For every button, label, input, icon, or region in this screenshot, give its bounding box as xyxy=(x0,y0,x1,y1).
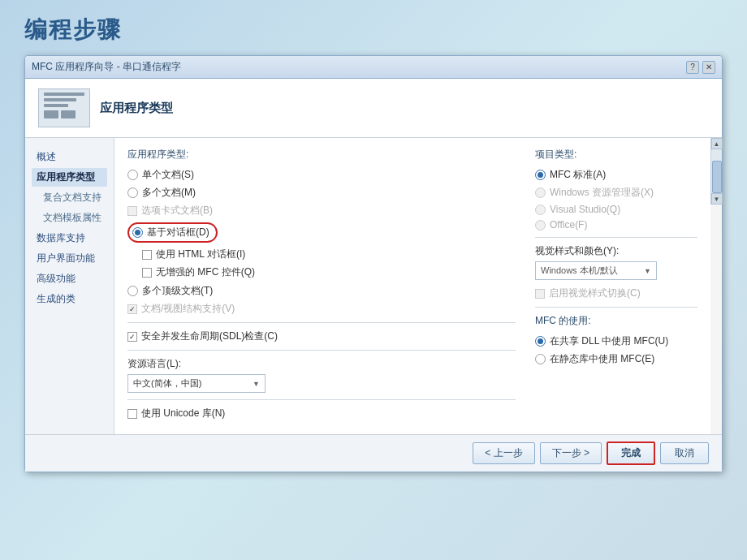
scrollbar-container: ▲ ▼ xyxy=(710,138,722,434)
checkbox-no-mfc[interactable]: 无增强的 MFC 控件(Q) xyxy=(127,265,516,279)
nav-item-overview[interactable]: 概述 xyxy=(32,148,107,166)
visual-style-dropdown[interactable]: Windows 本机/默认 ▼ xyxy=(535,261,657,280)
checkbox-box-style xyxy=(535,289,545,299)
next-button[interactable]: 下一步 > xyxy=(540,442,602,464)
divider-2 xyxy=(127,350,516,351)
nav-item-app-type[interactable]: 应用程序类型 xyxy=(32,168,107,187)
radio-circle-multitop xyxy=(127,286,138,296)
divider-1 xyxy=(127,322,516,323)
nav-item-ui-features[interactable]: 用户界面功能 xyxy=(32,249,107,268)
scrollbar-thumb[interactable] xyxy=(712,161,722,193)
radio-circle-vs xyxy=(535,205,546,215)
left-nav: 概述 应用程序类型 复合文档支持 文档模板属性 数据库支持 用户界面功能 高级功… xyxy=(25,138,114,434)
nav-item-advanced[interactable]: 高级功能 xyxy=(32,269,107,288)
nav-item-doc-template[interactable]: 文档模板属性 xyxy=(32,209,107,227)
radio-circle-single xyxy=(127,170,138,180)
radio-office[interactable]: Office(F) xyxy=(535,219,697,230)
checkbox-style-switch[interactable]: 启用视觉样式切换(C) xyxy=(535,286,697,300)
visual-style-arrow: ▼ xyxy=(644,267,651,275)
dialog-header-section: 应用程序类型 xyxy=(25,79,722,138)
divider-right-1 xyxy=(535,237,697,238)
app-icon xyxy=(38,88,90,127)
radio-multi-top[interactable]: 多个顶级文档(T) xyxy=(127,284,516,298)
checkbox-box-html xyxy=(142,250,152,260)
radio-mfc-std[interactable]: MFC 标准(A) xyxy=(535,168,697,182)
radio-circle-multi xyxy=(127,187,138,198)
dialog-wrapper: MFC 应用程序向导 - 串口通信程字 ? ✕ 应用程序类型 概述 应用程序类型 xyxy=(24,55,723,472)
nav-item-gen-class[interactable]: 生成的类 xyxy=(32,290,107,308)
content-columns: 应用程序类型: 单个文档(S) 多个文档(M) 选项卡式文档(B) xyxy=(127,148,697,424)
radio-dialog-wrapper: 基于对话框(D) xyxy=(127,222,516,243)
help-button[interactable]: ? xyxy=(686,61,699,74)
project-type-label: 项目类型: xyxy=(535,148,697,162)
prev-button[interactable]: < 上一步 xyxy=(473,442,534,464)
lang-dropdown-arrow: ▼ xyxy=(253,380,260,388)
visual-style-label: 视觉样式和颜色(Y): xyxy=(535,244,697,258)
icon-line-2 xyxy=(44,98,76,101)
app-type-label: 应用程序类型: xyxy=(127,148,516,162)
radio-static-lib[interactable]: 在静态库中使用 MFC(E) xyxy=(535,352,697,366)
checkbox-box-sdl xyxy=(127,332,137,342)
checkbox-doc-view[interactable]: 文档/视图结构支持(V) xyxy=(127,302,516,316)
checkbox-sdl[interactable]: 安全并发生命周期(SDL)检查(C) xyxy=(127,330,516,343)
checkbox-box-nomfc xyxy=(142,268,152,278)
column-right: 项目类型: MFC 标准(A) Windows 资源管理器(X) V xyxy=(535,148,697,424)
finish-button[interactable]: 完成 xyxy=(607,442,655,465)
scrollbar-down-arrow[interactable]: ▼ xyxy=(711,193,723,205)
scrollbar-up-arrow[interactable]: ▲ xyxy=(711,138,723,149)
cancel-button[interactable]: 取消 xyxy=(660,442,709,464)
dialog-body: 概述 应用程序类型 复合文档支持 文档模板属性 数据库支持 用户界面功能 高级功… xyxy=(25,138,722,434)
radio-circle-mfcstd xyxy=(535,170,546,180)
checkbox-box-docview xyxy=(127,304,137,314)
main-content: 应用程序类型: 单个文档(S) 多个文档(M) 选项卡式文档(B) xyxy=(114,138,710,434)
close-button[interactable]: ✕ xyxy=(702,61,715,74)
radio-multi-doc[interactable]: 多个文档(M) xyxy=(127,186,516,200)
dialog-title-text: MFC 应用程序向导 - 串口通信程字 xyxy=(32,60,181,74)
dialog-footer: < 上一步 下一步 > 完成 取消 xyxy=(25,434,722,472)
icon-line-3 xyxy=(44,104,68,107)
resource-lang-label: 资源语言(L): xyxy=(127,357,516,371)
radio-dialog-highlighted[interactable]: 基于对话框(D) xyxy=(127,222,218,243)
divider-right-2 xyxy=(535,307,697,308)
radio-win-explorer[interactable]: Windows 资源管理器(X) xyxy=(535,186,697,200)
column-left: 应用程序类型: 单个文档(S) 多个文档(M) 选项卡式文档(B) xyxy=(127,148,516,424)
radio-single-doc[interactable]: 单个文档(S) xyxy=(127,168,516,182)
visual-style-dropdown-row: Windows 本机/默认 ▼ xyxy=(535,261,697,280)
scrollbar-track: ▲ ▼ xyxy=(710,138,722,205)
mfc-usage-label: MFC 的使用: xyxy=(535,314,697,328)
lang-dropdown[interactable]: 中文(简体，中国) ▼ xyxy=(127,374,266,393)
icon-line-1 xyxy=(44,93,84,96)
divider-3 xyxy=(127,399,516,400)
checkbox-tab-doc[interactable]: 选项卡式文档(B) xyxy=(127,204,516,218)
section-title: 应用程序类型 xyxy=(100,101,173,116)
radio-circle-winexp xyxy=(535,187,546,198)
radio-circle-office xyxy=(535,220,546,230)
radio-circle-dialog xyxy=(132,227,143,238)
nav-item-compound-doc[interactable]: 复合文档支持 xyxy=(32,188,107,207)
app-icon-inner xyxy=(44,93,84,123)
page-title: 编程步骤 xyxy=(24,15,122,45)
checkbox-unicode[interactable]: 使用 Unicode 库(N) xyxy=(127,407,516,420)
dialog-title-buttons: ? ✕ xyxy=(686,61,715,74)
checkbox-box-tab xyxy=(127,206,137,216)
radio-circle-shareddll xyxy=(535,336,546,347)
radio-visual-studio[interactable]: Visual Studio(Q) xyxy=(535,204,697,215)
radio-shared-dll[interactable]: 在共享 DLL 中使用 MFC(U) xyxy=(535,334,697,348)
checkbox-box-unicode xyxy=(127,409,137,419)
nav-item-db-support[interactable]: 数据库支持 xyxy=(32,229,107,248)
dialog-titlebar: MFC 应用程序向导 - 串口通信程字 ? ✕ xyxy=(25,56,722,79)
icon-box-2 xyxy=(61,110,76,118)
radio-circle-staticlib xyxy=(535,354,546,364)
page-header: 编程步骤 xyxy=(0,0,747,55)
checkbox-html-dialog[interactable]: 使用 HTML 对话框(I) xyxy=(127,248,516,261)
icon-box-1 xyxy=(44,110,58,118)
